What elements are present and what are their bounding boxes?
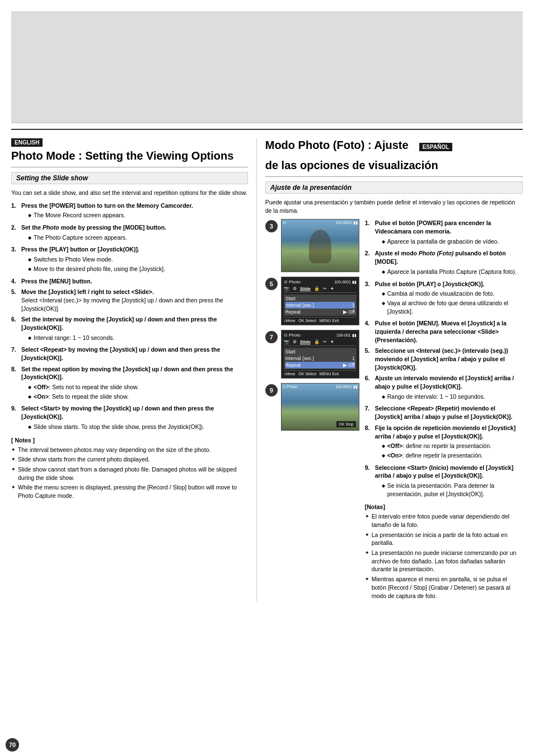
note-4: While the menu screen is displayed, pres…: [11, 483, 248, 500]
right-title-row: Modo Photo (Foto) : Ajuste ESPAÑOL: [265, 138, 523, 155]
notes-title: [ Notes ]: [11, 437, 248, 444]
right-note-4: Mientras aparece el menú en pantalla, si…: [365, 575, 523, 600]
screen-row-7: 7 ⊙ Photo 100-001 ▮▮ 📷 ⚙ Slide: [265, 330, 359, 379]
step-8: 8. Set the repeat option by moving the […: [11, 365, 248, 402]
left-column: ENGLISH Photo Mode : Setting the Viewing…: [11, 138, 257, 601]
step-4: 4. Press the [MENU] button.: [11, 277, 248, 286]
screen-step-3: 3: [265, 220, 278, 232]
right-column: Modo Photo (Foto) : Ajuste ESPAÑOL de la…: [257, 138, 523, 601]
english-badge: ENGLISH: [11, 138, 43, 147]
left-section-title: Setting the Slide show: [11, 172, 248, 184]
right-title: Modo Photo (Foto) : Ajuste: [265, 138, 415, 152]
page-number: 70: [6, 738, 19, 752]
page-divider: [11, 129, 523, 130]
right-note-2: La presentación se inicia a partir de la…: [365, 531, 523, 547]
screen-row-5: 5 ⊙ Photo 100-0001 ▮▮ 📷 ⚙ Slid: [265, 277, 359, 325]
right-intro: Puede ajustar una presentación y también…: [265, 198, 523, 214]
note-2: Slide show starts from the current photo…: [11, 455, 248, 464]
right-notes: [Notas] El intervalo entre fotos puede v…: [365, 503, 523, 600]
screen-row-9: 9 ⊙ Photo 100-0001 ▮▮ OK Stop: [265, 383, 359, 431]
step-9: 9. Select <Start> by moving the [Joystic…: [11, 404, 248, 432]
espanol-badge: ESPAÑOL: [419, 143, 453, 151]
screen-7: ⊙ Photo 100-001 ▮▮ 📷 ⚙ Slide 🔒 ✂ ✦: [281, 330, 359, 379]
step-7: 7. Select <Repeat> by moving the [Joysti…: [11, 346, 248, 362]
left-steps: 1. Press the [POWER] button to turn on t…: [11, 202, 248, 432]
right-title-2: de las opciones de visualización: [265, 158, 523, 172]
left-intro: You can set a slide show, and also set t…: [11, 189, 248, 197]
screen-row-3: 3 ⊙ 100-0001 ▮▮: [265, 219, 359, 272]
screen-9: ⊙ Photo 100-0001 ▮▮ OK Stop: [281, 383, 359, 431]
screen-step-5: 5: [265, 278, 278, 290]
screens-column: 3 ⊙ 100-0001 ▮▮: [265, 219, 359, 601]
camera-display-3: ⊙ 100-0001 ▮▮: [282, 220, 359, 272]
screen-5: ⊙ Photo 100-0001 ▮▮ 📷 ⚙ Slide 🔒 ✂ ✦: [281, 277, 359, 325]
step-1: 1. Press the [POWER] button to turn on t…: [11, 202, 248, 221]
step-3: 3. Press the [PLAY] button or [Joystick(…: [11, 245, 248, 274]
right-step-8: 8. Fije la opción de repetición moviendo…: [365, 424, 523, 461]
step-2: 2. Set the Photo mode by pressing the [M…: [11, 223, 248, 242]
right-content-wrapper: 3 ⊙ 100-0001 ▮▮: [265, 219, 523, 601]
right-steps-text: 1. Pulse el botón [POWER] para encender …: [365, 219, 523, 601]
left-title: Photo Mode : Setting the Viewing Options: [11, 149, 248, 162]
right-step-4: 4. Pulse el botón [MENU]. Mueva el [Joys…: [365, 319, 523, 344]
right-step-3: 3. Pulse el botón [PLAY] o [Joystick(OK)…: [365, 280, 523, 317]
camera-display-9: ⊙ Photo 100-0001 ▮▮ OK Stop: [282, 384, 359, 430]
right-step-1: 1. Pulse el botón [POWER] para encender …: [365, 219, 523, 246]
right-step-7: 7. Seleccione <Repeat> (Repetir) moviend…: [365, 404, 523, 421]
step-6: 6. Set the interval by moving the [Joyst…: [11, 315, 248, 343]
right-note-1: El intervalo entre fotos puede variar de…: [365, 512, 523, 529]
screen-step-9: 9: [265, 384, 278, 396]
note-3: Slide show cannot start from a damaged p…: [11, 465, 248, 482]
screen-step-7: 7: [265, 331, 278, 343]
note-1: The interval between photos may vary dep…: [11, 446, 248, 454]
page: ENGLISH Photo Mode : Setting the Viewing…: [0, 0, 534, 756]
right-step-2: 2. Ajuste el modo Photo (Foto) pulsando …: [365, 249, 523, 277]
screen-3: ⊙ 100-0001 ▮▮: [281, 219, 359, 272]
left-title-divider: [11, 167, 248, 167]
top-image-area: [11, 11, 523, 123]
right-step-5: 5. Seleccione un <Interval (sec.)> (inte…: [365, 347, 523, 371]
right-step-9: 9. Seleccione <Start> (Inicio) moviendo …: [365, 464, 523, 500]
left-notes: [ Notes ] The interval between photos ma…: [11, 437, 248, 500]
right-notes-title: [Notas]: [365, 503, 523, 510]
right-title-divider: [265, 176, 523, 177]
right-section-title: Ajuste de la presentación: [265, 181, 523, 194]
right-step-6: 6. Ajuste un intervalo moviendo el [Joys…: [365, 374, 523, 402]
step-5: 5. Move the [Joystick] left / right to s…: [11, 288, 248, 312]
content-area: ENGLISH Photo Mode : Setting the Viewing…: [11, 136, 523, 601]
right-note-3: La presentación no puede iniciarse comen…: [365, 549, 523, 573]
